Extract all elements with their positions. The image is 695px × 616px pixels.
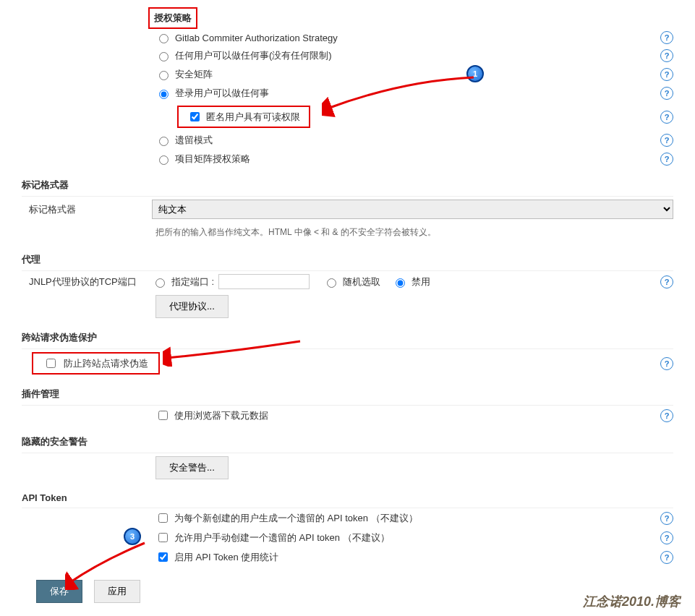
proxy-label: JNLP代理协议的TCP端口 bbox=[22, 275, 152, 288]
label-legacy: 遗留模式 bbox=[175, 134, 213, 147]
auth-opt-gitlab[interactable]: Gitlab Commiter Authorization Strategy ? bbox=[155, 29, 673, 46]
label-anyone: 任何用户可以做任何事(没有任何限制) bbox=[175, 49, 332, 62]
label-stats: 启用 API Token 使用统计 bbox=[174, 551, 278, 564]
checkbox-csrf[interactable] bbox=[46, 359, 56, 368]
auth-section-title: 授权策略 bbox=[148, 7, 197, 29]
label-project-matrix: 项目矩阵授权策略 bbox=[175, 153, 250, 166]
help-icon[interactable]: ? bbox=[660, 111, 673, 124]
api-section: API Token bbox=[22, 488, 673, 508]
help-icon[interactable]: ? bbox=[660, 87, 673, 100]
radio-matrix[interactable] bbox=[159, 71, 169, 80]
label-csrf: 防止跨站点请求伪造 bbox=[64, 357, 148, 370]
security-warning-button[interactable]: 安全警告... bbox=[155, 456, 229, 479]
proxy-protocol-button[interactable]: 代理协议... bbox=[155, 295, 229, 318]
hidden-section: 隐藏的安全警告 bbox=[22, 431, 673, 453]
label-matrix: 安全矩阵 bbox=[175, 68, 213, 81]
checkbox-allow-legacy[interactable] bbox=[158, 533, 168, 542]
auth-opt-anyone[interactable]: 任何用户可以做任何事(没有任何限制) ? bbox=[155, 46, 673, 65]
label-fixed-port: 指定端口 : bbox=[171, 275, 214, 288]
help-icon[interactable]: ? bbox=[660, 551, 673, 564]
radio-fixed-port[interactable] bbox=[155, 278, 165, 288]
auth-opt-project-matrix[interactable]: 项目矩阵授权策略 ? bbox=[155, 150, 673, 168]
watermark: 江念诺2010.博客 bbox=[583, 593, 681, 610]
help-icon[interactable]: ? bbox=[660, 153, 673, 166]
markup-section: 标记格式器 bbox=[22, 174, 673, 197]
label-anon-read: 匿名用户具有可读权限 bbox=[206, 111, 300, 124]
label-browser-dl: 使用浏览器下载元数据 bbox=[174, 409, 268, 422]
help-icon[interactable]: ? bbox=[660, 275, 673, 288]
radio-legacy[interactable] bbox=[159, 137, 169, 146]
help-icon[interactable]: ? bbox=[660, 409, 673, 422]
help-icon[interactable]: ? bbox=[660, 357, 673, 370]
checkbox-browser-dl[interactable] bbox=[158, 411, 168, 420]
plugin-section: 插件管理 bbox=[22, 383, 673, 406]
help-icon[interactable]: ? bbox=[660, 512, 673, 525]
label-logged: 登录用户可以做任何事 bbox=[175, 87, 269, 100]
label-disable-port: 禁用 bbox=[412, 275, 430, 288]
api-opt-stats[interactable]: 启用 API Token 使用统计 ? bbox=[155, 547, 673, 567]
label-gitlab: Gitlab Commiter Authorization Strategy bbox=[175, 33, 338, 43]
csrf-section: 跨站请求伪造保护 bbox=[22, 327, 673, 349]
callout-1: 1 bbox=[466, 65, 484, 82]
radio-anyone[interactable] bbox=[159, 52, 169, 61]
markup-label: 标记格式器 bbox=[22, 203, 152, 216]
checkbox-stats[interactable] bbox=[158, 552, 168, 562]
radio-disable-port[interactable] bbox=[396, 278, 405, 288]
help-icon[interactable]: ? bbox=[660, 531, 673, 544]
label-gen-legacy: 为每个新创建的用户生成一个遗留的 API token （不建议） bbox=[174, 512, 418, 525]
apply-button[interactable]: 应用 bbox=[94, 580, 140, 603]
save-button[interactable]: 保存 bbox=[36, 580, 82, 603]
api-opt-gen[interactable]: 为每个新创建的用户生成一个遗留的 API token （不建议） ? bbox=[155, 508, 673, 528]
auth-opt-matrix[interactable]: 安全矩阵 ? 1 bbox=[155, 65, 673, 84]
help-icon[interactable]: ? bbox=[660, 68, 673, 81]
markup-hint: 把所有的输入都当作纯文本。HTML 中像 < 和 & 的不安全字符会被转义。 bbox=[155, 222, 673, 243]
help-icon[interactable]: ? bbox=[660, 134, 673, 147]
markup-select[interactable]: 纯文本 bbox=[152, 200, 673, 219]
auth-opt-logged[interactable]: 登录用户可以做任何事 ? bbox=[155, 84, 673, 103]
api-opt-allow[interactable]: 允许用户手动创建一个遗留的 API token （不建议） ? 3 bbox=[155, 528, 673, 547]
plugin-opt[interactable]: 使用浏览器下载元数据 ? bbox=[155, 406, 673, 425]
callout-3: 3 bbox=[124, 528, 141, 545]
checkbox-gen-legacy[interactable] bbox=[158, 513, 168, 523]
radio-gitlab[interactable] bbox=[159, 34, 169, 43]
label-allow-legacy: 允许用户手动创建一个遗留的 API token （不建议） bbox=[174, 531, 390, 544]
radio-project-matrix[interactable] bbox=[159, 155, 169, 165]
auth-opt-legacy[interactable]: 遗留模式 ? bbox=[155, 131, 673, 150]
help-icon[interactable]: ? bbox=[660, 49, 673, 62]
help-icon[interactable]: ? bbox=[660, 31, 673, 44]
proxy-section: 代理 bbox=[22, 249, 673, 271]
label-random-port: 随机选取 bbox=[343, 275, 380, 288]
radio-logged[interactable] bbox=[159, 90, 169, 99]
auth-opt-anon-read[interactable]: 匿名用户具有可读权限 ? bbox=[177, 103, 673, 131]
radio-random-port[interactable] bbox=[327, 278, 336, 288]
checkbox-anon-read[interactable] bbox=[190, 112, 200, 121]
port-input[interactable] bbox=[218, 274, 310, 289]
